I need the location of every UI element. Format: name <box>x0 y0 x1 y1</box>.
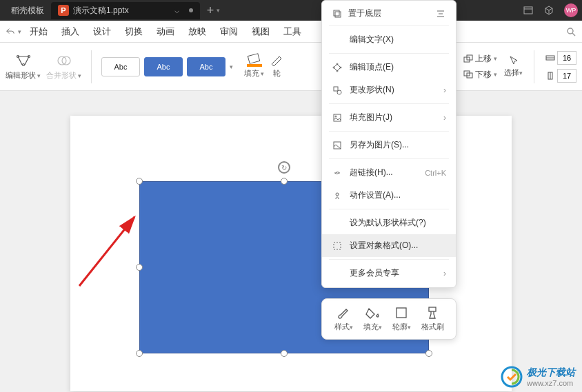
vertex-icon <box>332 62 343 73</box>
ribbon-tab[interactable]: 设计 <box>88 21 117 42</box>
menu-fill-picture[interactable]: 填充图片(J) › <box>322 106 456 129</box>
menu-label: 另存为图片(S)... <box>350 139 446 151</box>
template-tab[interactable]: 稻壳模板 <box>4 2 51 19</box>
menu-set-default-style[interactable]: 设为默认形状样式(?) <box>322 212 456 234</box>
fill-label: 填充 <box>244 68 259 79</box>
shape-preset-outline[interactable]: Abc <box>101 57 140 76</box>
menu-label: 编辑文字(X) <box>350 34 446 45</box>
align-icon[interactable] <box>435 8 446 19</box>
menu-label: 设为默认形状样式(?) <box>350 217 446 229</box>
user-avatar[interactable]: WP <box>564 3 578 17</box>
svg-rect-36 <box>429 307 436 311</box>
watermark-url: www.xz7.com <box>527 379 575 387</box>
shape-preset-filled-1[interactable]: Abc <box>144 57 183 76</box>
ribbon-tab[interactable]: 视图 <box>246 21 275 42</box>
menu-label: 填充图片(J) <box>350 112 436 123</box>
move-up-label: 上移 <box>475 53 492 65</box>
edit-shape-tool[interactable]: 编辑形状▾ <box>6 52 41 81</box>
ribbon-tab[interactable]: 工具 <box>278 21 307 42</box>
menu-edit-vertex[interactable]: 编辑顶点(E) <box>322 56 456 79</box>
height-icon <box>545 72 555 80</box>
resize-handle[interactable] <box>136 178 143 185</box>
menu-label: 动作设置(A)... <box>350 189 446 201</box>
shape-preset-filled-2[interactable]: Abc <box>187 57 225 76</box>
outline-tool[interactable]: 轮 <box>270 54 283 79</box>
resize-handle[interactable] <box>425 350 432 357</box>
fill-tool[interactable]: 填充▾ <box>244 54 264 79</box>
svg-point-2 <box>568 28 573 34</box>
watermark-logo-icon <box>501 366 523 388</box>
svg-rect-19 <box>335 12 341 17</box>
link-icon <box>332 167 343 178</box>
menu-format-object[interactable]: 设置对象格式(O)... <box>322 234 456 257</box>
menu-send-back-label: 置于底层 <box>348 8 381 19</box>
menu-send-to-back[interactable]: 置于底层 <box>332 8 381 19</box>
width-icon <box>545 54 555 62</box>
resize-handle[interactable] <box>136 264 143 271</box>
ribbon-tab[interactable]: 审阅 <box>214 21 243 42</box>
width-input[interactable] <box>557 51 576 65</box>
menu-hyperlink[interactable]: 超链接(H)... Ctrl+K <box>322 161 456 184</box>
title-tab-bar: 稻壳模板 P 演示文稿1.pptx ⌵ + ▾ WP <box>0 0 582 21</box>
add-tab-button[interactable]: + <box>207 3 214 18</box>
rotate-handle[interactable]: ↻ <box>278 161 290 174</box>
ribbon-tab[interactable]: 动画 <box>151 21 180 42</box>
mini-format-brush-label: 格式刷 <box>421 322 444 332</box>
submenu-arrow-icon: › <box>443 113 446 123</box>
menu-change-shape[interactable]: 更改形状(N) › <box>322 79 456 101</box>
svg-rect-28 <box>334 87 338 91</box>
ribbon-tab[interactable]: 放映 <box>183 21 212 42</box>
mini-fill-label: 填充 <box>363 322 379 331</box>
svg-rect-30 <box>334 114 341 121</box>
device-icon: ⌵ <box>174 6 179 15</box>
shape-presets: Abc Abc Abc ▾ <box>101 57 233 76</box>
action-icon <box>332 190 343 201</box>
ribbon-tabs: ▾ 开始 插入 设计 切换 动画 放映 审阅 视图 工具 <box>0 21 582 43</box>
ribbon-tab[interactable]: 切换 <box>119 21 148 42</box>
select-button[interactable]: 选择▾ <box>504 55 523 78</box>
dot-indicator <box>189 8 193 12</box>
toolbar-divider <box>91 50 92 83</box>
outline-icon <box>270 54 283 67</box>
menu-edit-text[interactable]: 编辑文字(X) <box>322 28 456 51</box>
menu-shortcut: Ctrl+K <box>425 169 446 177</box>
document-tab[interactable]: P 演示文稿1.pptx ⌵ <box>51 2 200 19</box>
document-tab-label: 演示文稿1.pptx <box>73 5 129 17</box>
preset-more-icon[interactable]: ▾ <box>230 63 233 70</box>
menu-action-settings[interactable]: 动作设置(A)... <box>322 184 456 207</box>
move-up-button[interactable]: 上移▾ <box>463 53 497 65</box>
ribbon-tab[interactable]: 开始 <box>24 21 53 42</box>
move-down-button[interactable]: 下移▾ <box>463 69 497 81</box>
mini-outline-button[interactable]: 轮廓▾ <box>392 306 411 332</box>
svg-line-3 <box>572 33 575 36</box>
move-down-label: 下移 <box>475 69 492 81</box>
tab-more-icon[interactable]: ▾ <box>217 7 220 14</box>
svg-rect-20 <box>334 10 339 16</box>
ribbon-tab[interactable]: 插入 <box>56 21 85 42</box>
undo-more[interactable]: ▾ <box>18 28 21 35</box>
menu-more-vip[interactable]: 更多会员专享 › <box>322 262 456 285</box>
svg-rect-34 <box>334 243 341 249</box>
mini-format-brush-button[interactable]: 格式刷 <box>421 306 444 332</box>
watermark-name: 极光下载站 <box>527 367 575 379</box>
cube-icon[interactable] <box>543 5 554 16</box>
mini-style-label: 样式 <box>334 322 350 331</box>
resize-handle[interactable] <box>136 350 143 357</box>
height-input[interactable] <box>557 69 576 83</box>
resize-handle[interactable] <box>281 350 288 357</box>
window-icon-1[interactable] <box>523 5 534 16</box>
mini-fill-button[interactable]: 填充▾ <box>363 306 382 332</box>
select-label: 选择 <box>504 68 519 76</box>
merge-shape-tool[interactable]: 合并形状▾ <box>46 52 81 81</box>
resize-handle[interactable] <box>281 178 288 185</box>
svg-point-33 <box>336 193 339 196</box>
brush-icon <box>336 306 351 320</box>
change-shape-icon <box>332 85 343 96</box>
menu-label: 超链接(H)... <box>350 167 418 178</box>
ribbon-undo-icon[interactable] <box>6 27 15 37</box>
mini-style-button[interactable]: 样式▾ <box>334 306 353 332</box>
search-icon[interactable] <box>565 26 576 37</box>
svg-rect-35 <box>397 308 406 318</box>
toolbar-divider <box>534 50 534 83</box>
menu-save-as-picture[interactable]: 另存为图片(S)... <box>322 134 456 156</box>
